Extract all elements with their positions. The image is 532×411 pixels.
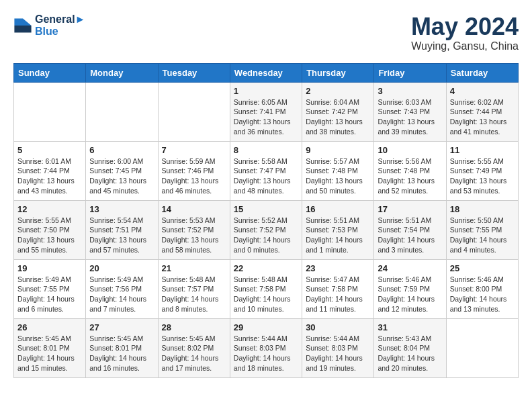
calendar-cell: 1Sunrise: 6:05 AMSunset: 7:41 PMDaylight…	[230, 82, 302, 141]
day-number: 1	[234, 86, 298, 96]
calendar-week-5: 26Sunrise: 5:45 AMSunset: 8:01 PMDayligh…	[14, 318, 519, 377]
day-info: Sunrise: 6:03 AMSunset: 7:43 PMDaylight:…	[378, 97, 442, 137]
logo: General► Blue	[13, 13, 85, 38]
day-info: Sunrise: 5:44 AMSunset: 8:03 PMDaylight:…	[306, 334, 370, 373]
calendar-cell: 21Sunrise: 5:48 AMSunset: 7:57 PMDayligh…	[158, 259, 230, 318]
day-number: 24	[378, 263, 442, 273]
calendar-cell: 6Sunrise: 6:00 AMSunset: 7:45 PMDaylight…	[86, 141, 158, 200]
day-info: Sunrise: 5:46 AMSunset: 7:59 PMDaylight:…	[378, 275, 442, 314]
day-info: Sunrise: 5:48 AMSunset: 7:58 PMDaylight:…	[234, 275, 298, 314]
day-number: 8	[234, 145, 298, 155]
calendar-cell: 29Sunrise: 5:44 AMSunset: 8:03 PMDayligh…	[230, 318, 302, 377]
calendar-cell: 27Sunrise: 5:45 AMSunset: 8:01 PMDayligh…	[86, 318, 158, 377]
calendar-cell: 11Sunrise: 5:55 AMSunset: 7:49 PMDayligh…	[446, 141, 518, 200]
calendar-cell: 31Sunrise: 5:43 AMSunset: 8:04 PMDayligh…	[374, 318, 446, 377]
calendar-body: 1Sunrise: 6:05 AMSunset: 7:41 PMDaylight…	[14, 82, 519, 377]
day-number: 12	[17, 204, 82, 214]
calendar-cell	[86, 82, 158, 141]
day-info: Sunrise: 5:45 AMSunset: 8:02 PMDaylight:…	[162, 334, 226, 373]
day-number: 9	[306, 145, 370, 155]
day-number: 13	[89, 204, 154, 214]
calendar-week-4: 19Sunrise: 5:49 AMSunset: 7:55 PMDayligh…	[14, 259, 519, 318]
calendar-cell: 4Sunrise: 6:02 AMSunset: 7:44 PMDaylight…	[446, 82, 518, 141]
day-number: 6	[89, 145, 154, 155]
day-info: Sunrise: 5:48 AMSunset: 7:57 PMDaylight:…	[162, 275, 226, 314]
calendar-cell: 8Sunrise: 5:58 AMSunset: 7:47 PMDaylight…	[230, 141, 302, 200]
day-number: 22	[234, 263, 298, 273]
calendar-cell	[158, 82, 230, 141]
day-info: Sunrise: 5:50 AMSunset: 7:55 PMDaylight:…	[450, 216, 515, 255]
day-info: Sunrise: 6:00 AMSunset: 7:45 PMDaylight:…	[89, 156, 154, 196]
svg-marker-3	[14, 19, 23, 26]
calendar-cell: 28Sunrise: 5:45 AMSunset: 8:02 PMDayligh…	[158, 318, 230, 377]
calendar-cell: 23Sunrise: 5:47 AMSunset: 7:58 PMDayligh…	[302, 259, 374, 318]
day-number: 16	[306, 204, 370, 214]
day-info: Sunrise: 5:58 AMSunset: 7:47 PMDaylight:…	[234, 156, 298, 196]
day-info: Sunrise: 5:47 AMSunset: 7:58 PMDaylight:…	[306, 275, 370, 314]
calendar-cell: 16Sunrise: 5:51 AMSunset: 7:53 PMDayligh…	[302, 200, 374, 259]
day-info: Sunrise: 5:53 AMSunset: 7:52 PMDaylight:…	[162, 216, 226, 255]
calendar-cell: 10Sunrise: 5:56 AMSunset: 7:48 PMDayligh…	[374, 141, 446, 200]
day-info: Sunrise: 5:43 AMSunset: 8:04 PMDaylight:…	[378, 334, 442, 373]
day-info: Sunrise: 5:45 AMSunset: 8:01 PMDaylight:…	[89, 334, 154, 373]
calendar-cell: 5Sunrise: 6:01 AMSunset: 7:44 PMDaylight…	[14, 141, 86, 200]
calendar-cell: 20Sunrise: 5:49 AMSunset: 7:56 PMDayligh…	[86, 259, 158, 318]
day-number: 18	[450, 204, 515, 214]
day-number: 3	[378, 86, 442, 96]
calendar-cell: 30Sunrise: 5:44 AMSunset: 8:03 PMDayligh…	[302, 318, 374, 377]
calendar-cell	[446, 318, 518, 377]
logo-text: General► Blue	[35, 13, 85, 38]
calendar-cell	[14, 82, 86, 141]
calendar-cell: 9Sunrise: 5:57 AMSunset: 7:48 PMDaylight…	[302, 141, 374, 200]
calendar-cell: 24Sunrise: 5:46 AMSunset: 7:59 PMDayligh…	[374, 259, 446, 318]
svg-marker-1	[23, 26, 32, 33]
day-info: Sunrise: 5:51 AMSunset: 7:53 PMDaylight:…	[306, 216, 370, 255]
day-number: 29	[234, 322, 298, 332]
header-monday: Monday	[86, 63, 158, 82]
calendar-cell: 13Sunrise: 5:54 AMSunset: 7:51 PMDayligh…	[86, 200, 158, 259]
header-friday: Friday	[374, 63, 446, 82]
day-number: 25	[450, 263, 515, 273]
day-number: 5	[17, 145, 82, 155]
day-info: Sunrise: 6:05 AMSunset: 7:41 PMDaylight:…	[234, 97, 298, 137]
day-number: 7	[162, 145, 226, 155]
day-number: 2	[306, 86, 370, 96]
calendar-cell: 3Sunrise: 6:03 AMSunset: 7:43 PMDaylight…	[374, 82, 446, 141]
calendar-header: Sunday Monday Tuesday Wednesday Thursday…	[14, 63, 519, 82]
svg-marker-2	[14, 26, 23, 33]
day-info: Sunrise: 6:02 AMSunset: 7:44 PMDaylight:…	[450, 97, 515, 137]
day-number: 19	[17, 263, 82, 273]
calendar-table: Sunday Monday Tuesday Wednesday Thursday…	[13, 63, 519, 378]
day-info: Sunrise: 6:01 AMSunset: 7:44 PMDaylight:…	[17, 156, 82, 196]
day-number: 26	[17, 322, 82, 332]
header-thursday: Thursday	[302, 63, 374, 82]
calendar-cell: 17Sunrise: 5:51 AMSunset: 7:54 PMDayligh…	[374, 200, 446, 259]
calendar-subtitle: Wuying, Gansu, China	[411, 40, 519, 52]
day-number: 23	[306, 263, 370, 273]
day-info: Sunrise: 5:49 AMSunset: 7:56 PMDaylight:…	[89, 275, 154, 314]
calendar-cell: 2Sunrise: 6:04 AMSunset: 7:42 PMDaylight…	[302, 82, 374, 141]
day-number: 28	[162, 322, 226, 332]
day-info: Sunrise: 5:46 AMSunset: 8:00 PMDaylight:…	[450, 275, 515, 314]
logo-icon	[13, 16, 32, 35]
header-tuesday: Tuesday	[158, 63, 230, 82]
day-info: Sunrise: 5:55 AMSunset: 7:49 PMDaylight:…	[450, 156, 515, 196]
day-info: Sunrise: 6:04 AMSunset: 7:42 PMDaylight:…	[306, 97, 370, 137]
header-saturday: Saturday	[446, 63, 518, 82]
svg-marker-0	[23, 19, 32, 26]
day-number: 11	[450, 145, 515, 155]
day-number: 15	[234, 204, 298, 214]
day-info: Sunrise: 5:57 AMSunset: 7:48 PMDaylight:…	[306, 156, 370, 196]
day-info: Sunrise: 5:45 AMSunset: 8:01 PMDaylight:…	[17, 334, 82, 373]
calendar-title: May 2024	[411, 13, 519, 40]
calendar-cell: 19Sunrise: 5:49 AMSunset: 7:55 PMDayligh…	[14, 259, 86, 318]
calendar-cell: 7Sunrise: 5:59 AMSunset: 7:46 PMDaylight…	[158, 141, 230, 200]
calendar-week-2: 5Sunrise: 6:01 AMSunset: 7:44 PMDaylight…	[14, 141, 519, 200]
day-number: 17	[378, 204, 442, 214]
calendar-cell: 22Sunrise: 5:48 AMSunset: 7:58 PMDayligh…	[230, 259, 302, 318]
calendar-week-3: 12Sunrise: 5:55 AMSunset: 7:50 PMDayligh…	[14, 200, 519, 259]
day-info: Sunrise: 5:51 AMSunset: 7:54 PMDaylight:…	[378, 216, 442, 255]
calendar-cell: 26Sunrise: 5:45 AMSunset: 8:01 PMDayligh…	[14, 318, 86, 377]
calendar-cell: 12Sunrise: 5:55 AMSunset: 7:50 PMDayligh…	[14, 200, 86, 259]
day-number: 10	[378, 145, 442, 155]
